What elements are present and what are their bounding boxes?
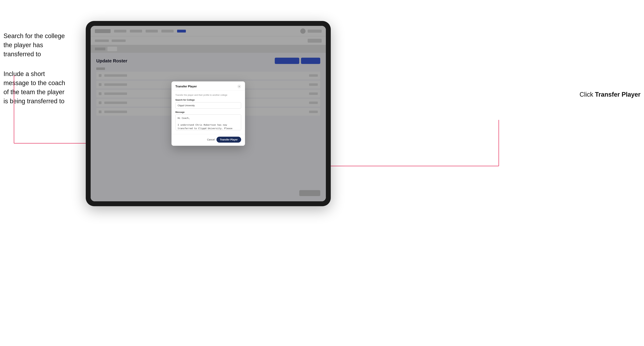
modal-header: Transfer Player × xyxy=(172,81,245,91)
message-textarea[interactable]: Hi Coach, I understand Chris Robertson h… xyxy=(175,114,241,130)
annotation-search-text: Search for the college the player has tr… xyxy=(4,32,65,58)
modal-footer: Cancel Transfer Player xyxy=(172,134,245,146)
tablet-screen: Update Roster xyxy=(91,26,326,201)
annotation-message-text: Include a short message to the coach of … xyxy=(4,70,65,105)
modal-title: Transfer Player xyxy=(175,85,197,88)
tablet-device: Update Roster xyxy=(86,21,331,206)
modal-overlay: Transfer Player × Transfer the player an… xyxy=(91,26,326,201)
modal-close-button[interactable]: × xyxy=(237,85,241,88)
transfer-player-modal: Transfer Player × Transfer the player an… xyxy=(172,81,245,146)
annotation-left: Search for the college the player has tr… xyxy=(4,31,70,106)
transfer-player-button[interactable]: Transfer Player xyxy=(216,137,241,143)
search-college-label: Search for College xyxy=(175,99,241,101)
close-icon: × xyxy=(238,85,240,88)
annotation-right: Click Transfer Player xyxy=(580,91,640,98)
modal-body: Transfer the player and their profile to… xyxy=(172,91,245,134)
modal-subtitle: Transfer the player and their profile to… xyxy=(175,94,241,96)
cancel-button[interactable]: Cancel xyxy=(207,138,215,141)
message-label: Message xyxy=(175,111,241,113)
annotation-transfer-bold: Transfer Player xyxy=(595,91,640,98)
search-college-input[interactable] xyxy=(175,102,241,109)
